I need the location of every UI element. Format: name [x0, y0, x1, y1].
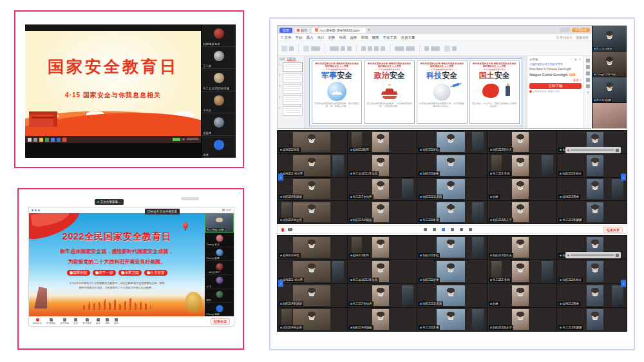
participant-video-cell[interactable]: 化工213李媛媛 — [557, 201, 627, 224]
collab-pill[interactable] — [560, 28, 570, 32]
slide-thumbnail[interactable]: 1 — [279, 62, 303, 72]
ribbon-control[interactable] — [330, 46, 352, 51]
toolbar-button[interactable]: 录制 — [105, 318, 109, 325]
presenter-video-tile[interactable]: 化工信息213班 — [205, 213, 234, 233]
participant-video-cell[interactable]: 制药212吴孟雨 — [417, 178, 487, 200]
participant-video-cell[interactable]: 精细212张萌 — [278, 131, 347, 153]
previous-page-arrow[interactable] — [278, 280, 283, 287]
participant-video-cell[interactable]: 制药211谢琳 — [417, 260, 487, 283]
participant-video-cell[interactable]: 精细211·张洁男 — [278, 260, 347, 283]
participant-video-cell[interactable]: 化工213·李相 — [488, 154, 557, 176]
tool-icon[interactable] — [586, 84, 590, 88]
thumbnail-preview[interactable] — [283, 62, 303, 72]
new-tab-button[interactable]: + — [368, 28, 370, 32]
toast-action-icon[interactable] — [616, 254, 619, 257]
settings-icon[interactable] — [469, 228, 472, 231]
participant-tile[interactable]: Cheng·陈璐 — [205, 247, 234, 261]
panel-header-icons[interactable]: ○ ⊕ × — [570, 57, 582, 61]
toolbar-button[interactable]: 聊天 — [96, 318, 100, 325]
next-page-arrow[interactable] — [621, 174, 626, 181]
close-tab-icon[interactable]: × — [361, 28, 363, 32]
participant-video-cell[interactable]: 制药211谢琳 — [417, 154, 487, 176]
tool-icon[interactable] — [586, 65, 590, 69]
active-app-icon[interactable] — [62, 138, 66, 142]
ribbon-control[interactable] — [395, 46, 415, 51]
participant-video-cell[interactable]: 化工213·李相 — [488, 260, 557, 283]
wechat-icon[interactable] — [45, 138, 49, 142]
ime-indicator[interactable]: 中 — [182, 138, 185, 141]
participant-video-tile[interactable]: 化工2113李明 — [592, 26, 627, 52]
notification-toast[interactable] — [565, 252, 621, 258]
tab-slides[interactable]: 幻灯片 — [287, 57, 296, 61]
slide-thumbnail[interactable]: 3 — [279, 84, 303, 94]
end-meeting-button[interactable]: 结束会议 — [211, 318, 230, 325]
menu-item[interactable]: 视图 — [372, 35, 379, 40]
command-search[interactable]: Q 查找命令、搜索模板 — [556, 35, 589, 39]
participant-tile[interactable]: 金丽琳 — [202, 113, 236, 136]
thumbnail-preview[interactable] — [283, 84, 303, 94]
next-page-arrow[interactable] — [621, 280, 626, 287]
font-list-item[interactable]: Malgun Gothic Semilight — [529, 73, 568, 77]
tab-document[interactable]: 小心泄密防 泄密N00(2).pptx × — [312, 28, 366, 33]
participant-tile[interactable]: 张琳 — [202, 136, 236, 158]
toolbar-button[interactable]: 开启视频 — [46, 318, 55, 325]
ribbon-control[interactable] — [281, 46, 294, 52]
participant-video-cell[interactable]: 制药214胡颖丽 — [348, 308, 417, 331]
participant-video-cell[interactable]: 精细211·张洁男 — [278, 154, 347, 176]
menu-item[interactable]: 会员专享 — [401, 35, 415, 40]
window-button-icon[interactable] — [38, 209, 40, 211]
menu-item[interactable]: 切换 — [328, 35, 336, 40]
ribbon-control[interactable] — [303, 46, 320, 52]
participant-video-cell[interactable]: 制药214李妍妍 — [278, 284, 347, 307]
participant-tile[interactable]: 刘晓琳妍老师 — [202, 24, 236, 47]
participant-video-cell[interactable]: 化工213李媛媛 — [557, 308, 627, 331]
menu-item[interactable]: 设计 — [317, 35, 325, 40]
participant-tile[interactable]: 小飞 — [205, 274, 234, 289]
participant-video-cell[interactable]: 刘琳 — [488, 178, 557, 200]
invite-icon[interactable] — [424, 228, 427, 231]
participant-tile[interactable]: 明悦 — [205, 289, 234, 303]
participant-tile[interactable]: 王心妍 — [202, 47, 236, 70]
participant-video-cell[interactable]: 制药211李相珍 — [557, 154, 627, 176]
browser-icon[interactable] — [51, 138, 55, 142]
participant-video-cell[interactable]: 精细212周琳 — [557, 284, 627, 307]
participant-video-cell[interactable]: 制药212明浩天 — [488, 131, 557, 153]
chat-icon[interactable] — [451, 228, 454, 231]
start-icon[interactable] — [28, 138, 32, 142]
participant-video-cell[interactable]: 制药214李妍妍 — [278, 178, 347, 200]
end-share-button[interactable]: 结束共享 — [603, 227, 623, 233]
menu-item[interactable]: 开发工具 — [383, 35, 397, 40]
participant-video-cell[interactable]: 化工217金制月 — [348, 284, 417, 307]
toolbar-button[interactable]: 邀请 — [73, 318, 78, 325]
participant-video-cell[interactable]: 试剂214张志秀 — [278, 308, 347, 331]
microphone-icon[interactable] — [281, 228, 284, 232]
slide-thumbnail[interactable]: 5 — [279, 106, 303, 116]
tab-docer[interactable]: 稻壳 — [294, 28, 310, 33]
tool-icon[interactable] — [586, 71, 590, 75]
participant-video-cell[interactable]: 制药213高天宇 — [488, 201, 557, 224]
thumbnail-preview[interactable] — [283, 95, 303, 105]
slide-canvas[interactable]: 树牢总体国家安全观 增强全民国家安全意识 维护国家安全 人人有责 —— 4·15… — [305, 56, 527, 128]
toolbar-button[interactable]: 解除静音 — [33, 318, 42, 325]
toast-action-icon[interactable] — [616, 149, 619, 152]
download-font-button[interactable]: 立即下载 — [529, 83, 582, 89]
menu-item[interactable]: 开始 — [296, 35, 303, 40]
screen-share-pill[interactable]: 正在共享屏幕… — [95, 199, 124, 205]
participant-video-tile[interactable]: Ching1123678明 — [592, 52, 627, 77]
camera-icon[interactable] — [288, 228, 292, 231]
record-icon[interactable] — [460, 228, 463, 231]
notification-toast[interactable] — [565, 147, 621, 153]
text-tool-icon[interactable]: T — [587, 91, 589, 95]
participant-video-cell[interactable]: 试剂214张志秀 — [278, 201, 347, 224]
menu-item[interactable]: 放映 — [350, 35, 357, 40]
search-icon[interactable] — [33, 138, 37, 142]
toolbar-button[interactable]: 共享屏幕 — [60, 318, 69, 325]
file-menu[interactable]: 文件 — [281, 35, 292, 40]
participant-video-cell[interactable]: 化工211李通 — [417, 308, 487, 331]
participant-tile[interactable]: Cheng·安琪 — [205, 233, 234, 247]
window-button-icon[interactable] — [32, 209, 33, 211]
participant-video-cell[interactable]: 制药214胡颖丽 — [348, 201, 417, 224]
participant-video-cell[interactable]: 刘琳 — [488, 284, 557, 307]
vip-button[interactable]: 开通会员 — [572, 28, 590, 32]
font-list-item[interactable]: Noto Sans S Chinese DemiLight — [529, 68, 582, 71]
